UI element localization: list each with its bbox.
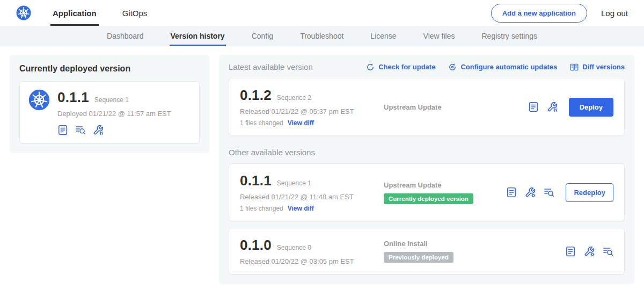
files-changed-label: 1 files changed (240, 205, 283, 212)
refresh-icon (366, 63, 375, 71)
release-source-label: Online Install (384, 240, 560, 248)
subnav-label: Troubleshoot (300, 32, 343, 40)
configure-automatic-updates-label: Configure automatic updates (460, 63, 557, 71)
config-wrench-icon[interactable] (525, 187, 536, 198)
app-subnav: Dashboard Version history Config Trouble… (0, 26, 644, 46)
latest-available-title: Latest available version (229, 62, 313, 71)
release-notes-icon[interactable] (57, 125, 68, 135)
config-wrench-icon[interactable] (584, 246, 595, 257)
release-notes-icon[interactable] (528, 102, 539, 112)
release-row-0-1-2: 0.1.2 Sequence 2 Released 01/21/22 @ 05:… (229, 78, 625, 136)
currently-deployed-badge: Currently deployed version (384, 193, 473, 204)
currently-deployed-title: Currently deployed version (19, 64, 200, 74)
release-sequence-label: Sequence 2 (277, 94, 311, 102)
add-application-button[interactable]: Add a new application (491, 4, 587, 23)
release-info: 0.1.2 Sequence 2 Released 01/21/22 @ 05:… (240, 87, 384, 127)
deployed-icon-row (57, 125, 171, 135)
check-for-update-label: Check for update (378, 63, 435, 71)
configure-automatic-updates-link[interactable]: Configure automatic updates (448, 63, 557, 71)
release-notes-icon[interactable] (565, 246, 576, 257)
diff-versions-link[interactable]: Diff versions (570, 63, 625, 71)
view-diff-link[interactable]: View diff (288, 119, 314, 127)
deployed-version-info: 0.1.1 Sequence 1 Deployed 01/21/22 @ 11:… (57, 89, 171, 135)
subnav-item-version-history[interactable]: Version history (170, 26, 226, 46)
release-source: Upstream Update (384, 103, 528, 111)
logout-link[interactable]: Log out (601, 9, 628, 18)
diff-icon (570, 63, 579, 71)
available-versions-panel: Latest available version Check for updat… (219, 55, 634, 284)
check-for-update-link[interactable]: Check for update (366, 63, 435, 71)
subnav-item-view-files[interactable]: View files (422, 26, 456, 46)
subnav-label: License (370, 32, 396, 40)
view-files-icon[interactable] (544, 187, 554, 198)
release-row-0-1-0: 0.1.0 Sequence 0 Released 01/20/22 @ 03:… (229, 228, 625, 275)
available-versions-header: Latest available version Check for updat… (229, 62, 625, 71)
release-row-0-1-1: 0.1.1 Sequence 1 Released 01/21/22 @ 11:… (229, 163, 625, 221)
subnav-label: Version history (171, 32, 225, 40)
release-date: Released 01/20/22 @ 03:05 pm EST (240, 257, 384, 265)
release-source-label: Upstream Update (384, 181, 501, 189)
release-actions: Deploy (528, 98, 613, 117)
deploy-button[interactable]: Deploy (569, 98, 613, 117)
release-source: Upstream Update Currently deployed versi… (384, 181, 506, 204)
subnav-item-dashboard[interactable]: Dashboard (106, 26, 145, 46)
kubernetes-logo-icon (16, 5, 31, 20)
subnav-item-registry-settings[interactable]: Registry settings (481, 26, 538, 46)
redeploy-button[interactable]: Redeploy (566, 183, 613, 202)
release-version-number: 0.1.2 (240, 87, 272, 104)
currently-deployed-panel: Currently deployed version 0.1.1 Sequenc… (10, 55, 209, 153)
release-actions: Redeploy (506, 183, 613, 202)
release-actions (565, 246, 613, 257)
config-wrench-icon[interactable] (93, 125, 104, 135)
subnav-label: Registry settings (482, 32, 537, 40)
subnav-item-config[interactable]: Config (251, 26, 274, 46)
release-date: Released 01/21/22 @ 11:48 am EST (240, 193, 384, 201)
tab-application[interactable]: Application (50, 0, 99, 26)
tab-gitops[interactable]: GitOps (120, 0, 150, 26)
release-version-number: 0.1.1 (240, 172, 272, 189)
subnav-label: View files (423, 32, 455, 40)
release-date: Released 01/21/22 @ 05:37 pm EST (240, 107, 384, 116)
main-content: Currently deployed version 0.1.1 Sequenc… (0, 46, 644, 293)
diff-versions-label: Diff versions (582, 63, 625, 71)
deployed-date: Deployed 01/21/22 @ 11:57 am EST (57, 110, 171, 118)
view-diff-link[interactable]: View diff (288, 205, 314, 212)
release-source: Online Install Previously deployed (384, 240, 565, 263)
other-available-title: Other available versions (229, 148, 625, 157)
view-files-icon[interactable] (603, 246, 613, 257)
release-source-label: Upstream Update (384, 103, 523, 111)
deployed-sequence-label: Sequence 1 (94, 96, 129, 104)
release-notes-icon[interactable] (506, 187, 517, 198)
tab-gitops-label: GitOps (122, 9, 148, 18)
deployed-version-card: 0.1.1 Sequence 1 Deployed 01/21/22 @ 11:… (19, 81, 200, 143)
app-window: Application GitOps Add a new application… (0, 0, 644, 303)
auto-update-icon (448, 63, 457, 71)
subnav-item-troubleshoot[interactable]: Troubleshoot (299, 26, 345, 46)
config-wrench-icon[interactable] (547, 102, 558, 112)
topbar-right: Add a new application Log out (491, 0, 628, 26)
deployed-version-number: 0.1.1 (57, 89, 89, 106)
top-header: Application GitOps Add a new application… (0, 0, 644, 26)
release-version-number: 0.1.0 (240, 237, 272, 254)
kubernetes-app-icon (28, 89, 50, 111)
release-sequence-label: Sequence 0 (277, 244, 311, 251)
view-files-icon[interactable] (75, 125, 86, 135)
release-info: 0.1.1 Sequence 1 Released 01/21/22 @ 11:… (240, 172, 384, 212)
files-changed-label: 1 files changed (240, 119, 283, 127)
app-logo[interactable] (16, 0, 31, 26)
subnav-label: Dashboard (107, 32, 144, 40)
subnav-item-license[interactable]: License (369, 26, 397, 46)
previously-deployed-badge: Previously deployed (384, 252, 453, 263)
subnav-label: Config (252, 32, 273, 40)
release-sequence-label: Sequence 1 (277, 179, 311, 187)
panel-actions: Check for update Configure automatic upd… (366, 63, 625, 71)
tab-application-label: Application (53, 9, 97, 18)
release-info: 0.1.0 Sequence 0 Released 01/20/22 @ 03:… (240, 237, 384, 265)
